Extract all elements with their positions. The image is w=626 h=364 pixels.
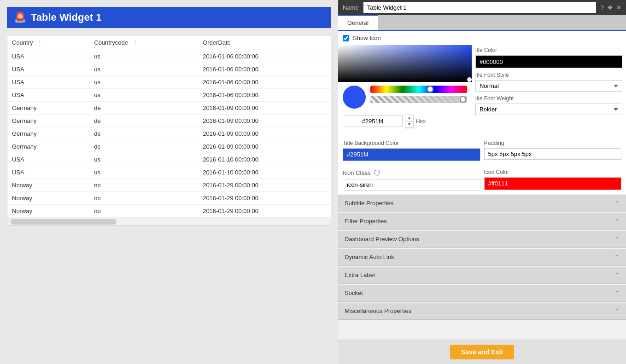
properties-header: Name ? ✥ ✕	[338, 0, 626, 15]
title-font-style-label: itle Font Style	[475, 72, 622, 78]
col-orderdate: OrderDate	[198, 35, 331, 50]
cell-country: Norway	[7, 205, 89, 218]
section-header-6[interactable]: Miscellaneous Properties ⌃	[338, 303, 626, 320]
cell-country: USA	[7, 76, 89, 89]
title-font-style-select[interactable]: Normal Italic Oblique	[475, 80, 622, 92]
section-header-3[interactable]: Dynamic Auto Link ⌃	[338, 249, 626, 266]
sliders-section	[370, 86, 467, 103]
color-controls	[338, 82, 472, 112]
cell-date: 2016-01-06 00:00:00	[198, 76, 331, 89]
cell-date: 2016-01-09 00:00:00	[198, 140, 331, 153]
cell-country: Germany	[7, 140, 89, 153]
panel-content[interactable]: Show Icon	[338, 31, 626, 340]
section-label-3: Dynamic Auto Link	[345, 254, 394, 260]
color-gradient-picker[interactable]	[338, 45, 472, 82]
table-row: Norway no 2016-01-29 00:00:00	[7, 205, 331, 218]
header-icons: ? ✥ ✕	[601, 4, 621, 11]
cell-country: Germany	[7, 115, 89, 127]
cell-code: us	[89, 50, 198, 63]
section-chevron-0: ⌃	[614, 200, 620, 207]
name-label: Name	[343, 4, 359, 11]
icon-class-group: Icon Class ⓘ	[343, 169, 480, 191]
siren-icon: 🚨	[14, 12, 26, 23]
section-header-5[interactable]: Socket ⌃	[338, 285, 626, 302]
table-row: Germany de 2016-01-09 00:00:00	[7, 115, 331, 127]
section-label-1: Filter Properties	[345, 218, 387, 225]
title-bg-color-group: Title Background Color #2951f4	[343, 140, 480, 161]
icon-class-input[interactable]	[343, 179, 480, 191]
icon-class-info[interactable]: ⓘ	[374, 169, 380, 176]
right-panel: Name ? ✥ ✕ General Show Icon	[338, 0, 626, 364]
alpha-handle[interactable]	[460, 96, 466, 103]
table-container: Country ⋮ Countrycode ⋮ OrderDate USA us…	[7, 35, 331, 225]
icon-color-display[interactable]: #ff0111	[484, 177, 622, 190]
widget-title: Table Widget 1	[31, 12, 101, 23]
show-icon-row: Show Icon	[338, 31, 626, 45]
left-panel: 🚨 Table Widget 1 Country ⋮ Countrycode ⋮…	[0, 0, 338, 364]
rainbow-handle[interactable]	[427, 86, 433, 92]
cell-code: us	[89, 89, 198, 102]
title-font-weight-label: itle Font Weight	[475, 95, 622, 102]
col-country: Country ⋮	[7, 35, 89, 50]
icon-color-label: Icon Color	[484, 169, 622, 175]
move-icon[interactable]: ✥	[608, 4, 613, 11]
table-row: USA us 2016-01-10 00:00:00	[7, 153, 331, 166]
hex-input[interactable]	[343, 116, 403, 127]
cell-date: 2016-01-10 00:00:00	[198, 166, 331, 179]
cell-code: de	[89, 115, 198, 127]
title-color-display[interactable]: #000000	[475, 55, 622, 68]
col-country-handle[interactable]: ⋮	[37, 39, 43, 46]
cell-code: no	[89, 205, 198, 218]
cell-date: 2016-01-29 00:00:00	[198, 192, 331, 205]
name-input[interactable]	[363, 2, 596, 13]
panel-footer: Save and Exit	[338, 340, 626, 364]
cell-date: 2016-01-06 00:00:00	[198, 50, 331, 63]
table-row: USA us 2016-01-06 00:00:00	[7, 50, 331, 63]
rainbow-slider[interactable]	[370, 86, 467, 93]
show-icon-label: Show Icon	[353, 35, 381, 41]
scrollbar-thumb[interactable]	[11, 219, 117, 225]
section-header-2[interactable]: Dashboard Preview Options ⌃	[338, 231, 626, 248]
spinner-down[interactable]: ▼	[405, 121, 413, 128]
tab-general[interactable]: General	[338, 15, 378, 30]
cell-code: no	[89, 179, 198, 192]
cell-date: 2016-01-09 00:00:00	[198, 127, 331, 140]
cell-country: USA	[7, 89, 89, 102]
cell-date: 2016-01-29 00:00:00	[198, 205, 331, 218]
table-row: Norway no 2016-01-29 00:00:00	[7, 192, 331, 205]
horizontal-scrollbar[interactable]	[7, 218, 331, 225]
show-icon-checkbox[interactable]	[343, 35, 349, 41]
help-icon[interactable]: ?	[601, 4, 604, 11]
cell-code: us	[89, 76, 198, 89]
cell-code: de	[89, 140, 198, 153]
section-header-4[interactable]: Extra Label ⌃	[338, 267, 626, 284]
cell-code: de	[89, 102, 198, 115]
hex-spinner[interactable]: ▲ ▼	[405, 115, 414, 128]
section-header-0[interactable]: Subtitle Properties ⌃	[338, 195, 626, 212]
padding-label: Padding	[484, 140, 622, 146]
color-preview-circle	[343, 86, 366, 109]
cell-country: USA	[7, 63, 89, 76]
close-icon[interactable]: ✕	[616, 4, 621, 11]
section-label-6: Miscellaneous Properties	[345, 307, 411, 314]
cell-code: no	[89, 192, 198, 205]
table-row: Germany de 2016-01-09 00:00:00	[7, 102, 331, 115]
cell-code: de	[89, 127, 198, 140]
col-countrycode-handle[interactable]: ⋮	[132, 39, 138, 46]
alpha-slider[interactable]	[370, 96, 467, 103]
table-body: USA us 2016-01-06 00:00:00 USA us 2016-0…	[7, 50, 331, 218]
title-bg-color-display[interactable]: #2951f4	[343, 148, 480, 161]
cell-date: 2016-01-09 00:00:00	[198, 115, 331, 127]
save-exit-button[interactable]: Save and Exit	[450, 345, 514, 359]
spinner-up[interactable]: ▲	[405, 115, 413, 121]
cell-date: 2016-01-10 00:00:00	[198, 153, 331, 166]
tabs-bar: General	[338, 15, 626, 31]
title-font-weight-select[interactable]: Normal Bold Bolder Lighter	[475, 104, 622, 115]
section-chevron-4: ⌃	[614, 272, 620, 279]
section-label-2: Dashboard Preview Options	[345, 236, 419, 243]
section-chevron-2: ⌃	[614, 236, 620, 243]
section-chevron-6: ⌃	[614, 307, 620, 315]
padding-input[interactable]	[484, 148, 622, 160]
section-header-1[interactable]: Filter Properties ⌃	[338, 213, 626, 230]
section-label-4: Extra Label	[345, 272, 375, 278]
